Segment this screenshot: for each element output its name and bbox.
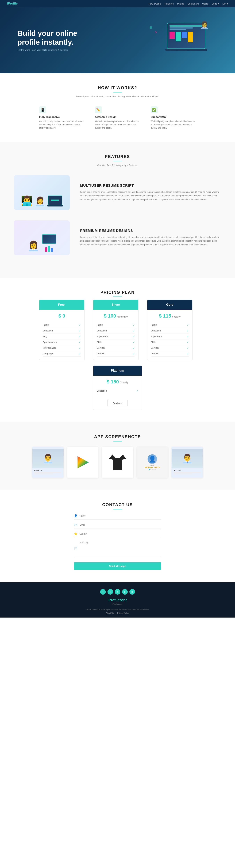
social-google[interactable]: g [122,589,128,595]
nav-features[interactable]: Features [165,2,174,5]
feature-1-text: MULTIUSER RESUME SCRIPT Lorem ipsum dolo… [80,184,221,202]
social-twitter[interactable]: t [107,589,113,595]
pricing-free: Free. $ 0 Profile✓ Education✓ Blog✓ Appo… [39,300,84,360]
pricing-title: PRICING PLAN [14,290,221,295]
feature-2-text: PREMIUM RESUME DESIGNS Lorem ipsum dolor… [80,229,221,247]
pricing-free-header: Free. [40,300,84,310]
footer-about-link[interactable]: About Us [106,612,114,614]
name-field-wrap: 👤 [74,512,161,520]
screenshots-title: APP SCREENSHOTS [14,434,221,439]
how-card-support: ✅ Support 24/7 We build pretty complex t… [151,106,196,130]
pricing-silver-header: Silver [94,300,138,310]
feature-1: 👨‍💻 👩‍💼 MULTIUSER RESUME SCRIPT Lorem ip… [14,175,221,210]
screenshot-person-info: About Us [32,468,63,476]
nav-how-it-works[interactable]: How it works [149,2,161,5]
footer-privacy-link[interactable]: Privacy Policy [117,612,129,614]
michael-avatar: 👤 [148,454,157,464]
pricing-feature-row: Experience✓ [97,334,135,339]
screenshot-person2-info: About Us [172,468,203,476]
send-message-button[interactable]: Send Message [74,562,161,570]
section-underline-1 [113,92,122,92]
pricing-feature-row: Education✓ [97,388,138,394]
hero-text: Build your online profile instantly. Let… [18,29,87,51]
pricing-feature-row: Profile✓ [151,322,189,328]
features-title: FEATURES [14,154,221,159]
subject-input[interactable] [80,532,161,535]
play-logo [76,455,90,469]
pricing-silver-price: $ 100 / Monthly [94,310,138,320]
social-facebook[interactable]: f [100,589,106,595]
email-field-wrap: ✉️ [74,521,161,529]
michael-name: Smith MICHAEL SMITH [145,465,160,468]
nav-users[interactable]: Users [202,2,208,5]
message-icon: 📄 [74,547,78,550]
how-it-works-title: HOW IT WORKS? [14,85,221,90]
screenshot-michael-smith: 👤 Smith MICHAEL SMITH [137,447,168,478]
hero-title: Build your online profile instantly. [18,29,87,46]
how-it-works-section: HOW IT WORKS? Lorem ipsum dolor sit amet… [0,73,235,142]
name-icon: 👤 [74,514,78,518]
pricing-free-features: Profile✓ Education✓ Blog✓ Appointments✓ … [40,320,84,360]
pricing-feature-row: Appointments✓ [43,339,81,345]
design-icon: ✏️ [95,106,102,113]
pricing-feature-row: Portfolio✓ [151,351,189,356]
svg-marker-0 [78,456,89,468]
footer-tagline: iProfilezone [14,603,221,605]
nav-language[interactable]: Lan ▾ [223,2,228,5]
how-card-support-title: Support 24/7 [151,116,196,118]
pricing-platinum-btn-wrap: Purchase [94,397,142,410]
section-underline-5 [113,509,122,509]
pricing-section: PRICING PLAN Free. $ 0 Profile✓ Educatio… [0,278,235,422]
support-icon: ✅ [151,106,158,113]
contact-form: 👤 ✉️ ⭐ 📄 Send Message [74,512,161,570]
screenshots-grid: 👨‍💼 About Us [14,447,221,478]
nav-contact[interactable]: Contact Us [188,2,199,5]
section-underline-2 [113,161,122,161]
screenshot-person-img: 👨‍💼 [32,449,63,468]
footer-links: About Us Privacy Policy [14,612,221,614]
pricing-feature-row: Education✓ [151,328,189,334]
subject-icon: ⭐ [74,532,78,535]
screenshot-about-us-1: 👨‍💼 About Us [32,447,63,478]
contact-title: CONTACT US [14,502,221,507]
pricing-gold-features: Profile✓ Education✓ Experience✓ Skills✓ … [147,320,192,360]
name-input[interactable] [80,515,161,517]
pricing-free-price: $ 0 [40,310,84,320]
nav-code[interactable]: Code ▾ [212,2,219,5]
hero-illustration: 👩‍💼 [148,21,217,59]
michael-smith-card: 👤 Smith MICHAEL SMITH [137,447,168,478]
how-card-design: ✏️ Awesome Design We build pretty comple… [95,106,140,130]
message-textarea[interactable] [80,541,161,555]
section-underline-3 [113,297,122,297]
pricing-feature-row: Education✓ [43,328,81,334]
michael-slider-dots [149,469,156,470]
pricing-platinum-price: $ 150 / Yearly [94,376,142,386]
pricing-feature-row: My Packages✓ [43,345,81,351]
feature-2-illustration: 👩‍💼 [14,220,70,255]
hero-subtitle: Let the world know your skills, expertis… [18,49,87,51]
how-it-works-subtitle: Lorem ipsum dolor sit amet, consectetur.… [14,95,221,98]
pricing-feature-row: Skills✓ [97,339,135,345]
subject-field-wrap: ⭐ [74,530,161,538]
contact-section: CONTACT US 👤 ✉️ ⭐ 📄 Send Message [0,490,235,582]
purchase-button[interactable]: Purchase [107,400,128,406]
pricing-feature-row: Services✓ [97,345,135,351]
pricing-gold-header: Gold [147,300,192,310]
pricing-silver: Silver $ 100 / Monthly Profile✓ Educatio… [93,300,138,360]
screenshot-google-play [67,447,99,478]
social-pinterest[interactable]: p [129,589,135,595]
footer-copyright: ProfileZone © 2020 All rights reserved. … [14,609,221,611]
pricing-feature-row: Languages✓ [43,351,81,356]
screenshots-section: APP SCREENSHOTS 👨‍💼 About Us [0,422,235,490]
social-linkedin[interactable]: in [115,589,121,595]
feature-2-desc: Lorem ipsum dolor sit amet, consectetur … [80,236,221,247]
pricing-feature-row: Skills✓ [151,339,189,345]
nav-pricing[interactable]: Pricing [177,2,184,5]
pricing-platinum: Platinum $ 150 / Yearly Education✓ Purch… [93,366,142,410]
pricing-silver-features: Profile✓ Education✓ Experience✓ Skills✓ … [94,320,138,360]
email-input[interactable] [80,524,161,526]
feature-1-desc: Lorem ipsum dolor sit amet, consectetur … [80,190,221,202]
nav-links: How it works Features Pricing Contact Us… [149,2,228,5]
how-card-responsive: 📱 Fully responsive We build pretty compl… [39,106,84,130]
brand-logo[interactable]: iProfile [7,2,18,5]
